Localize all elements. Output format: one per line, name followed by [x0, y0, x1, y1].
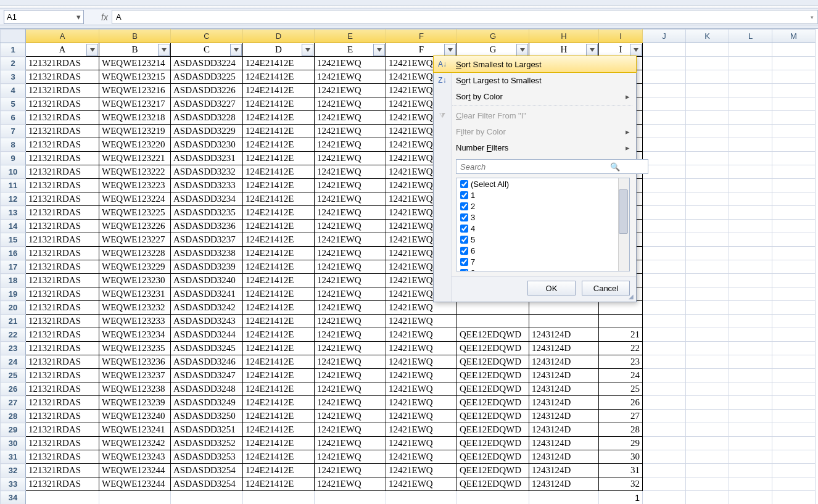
cell[interactable]: [643, 192, 686, 206]
cell[interactable]: [729, 192, 772, 206]
cell[interactable]: [686, 410, 729, 423]
cancel-button[interactable]: Cancel: [582, 281, 630, 295]
row-header-3[interactable]: 3: [1, 70, 26, 84]
cell[interactable]: ASDASDD3237: [171, 233, 243, 247]
cell[interactable]: 1243124D: [529, 328, 599, 342]
cell[interactable]: [772, 125, 816, 138]
cell[interactable]: [772, 328, 816, 342]
column-header-K[interactable]: K: [686, 30, 729, 43]
cell[interactable]: 124E21412E: [243, 315, 315, 328]
cell[interactable]: [686, 437, 729, 450]
cell[interactable]: 121321RDAS: [26, 464, 99, 477]
cell[interactable]: 30: [599, 450, 643, 464]
cell[interactable]: ASDASDD3243: [171, 315, 243, 328]
cell[interactable]: 121321RDAS: [26, 369, 99, 382]
row-header-26[interactable]: 26: [1, 382, 26, 396]
table-header-B[interactable]: B: [99, 43, 171, 57]
cell[interactable]: [686, 152, 729, 165]
row-header-6[interactable]: 6: [1, 111, 26, 125]
cell[interactable]: [729, 97, 772, 111]
cell[interactable]: 12421EWQ: [315, 260, 386, 274]
filter-dropdown-button[interactable]: [586, 44, 598, 56]
cell[interactable]: 1243124D: [529, 477, 599, 491]
cell[interactable]: 12421EWQ: [315, 152, 386, 165]
cell[interactable]: [643, 437, 686, 450]
cell[interactable]: [729, 396, 772, 410]
cell[interactable]: ASDASDD3235: [171, 206, 243, 220]
cell[interactable]: QEE12EDQWD: [457, 369, 529, 382]
cell[interactable]: 124E21412E: [243, 382, 315, 396]
cell[interactable]: [686, 450, 729, 464]
cell[interactable]: [99, 491, 171, 505]
cell[interactable]: ASDASDD3246: [171, 355, 243, 369]
cell[interactable]: 124E21412E: [243, 97, 315, 111]
cell[interactable]: WEQWE123218: [99, 111, 171, 125]
column-header-J[interactable]: J: [643, 30, 686, 43]
cell[interactable]: 24: [599, 369, 643, 382]
cell[interactable]: [643, 233, 686, 247]
cell[interactable]: 121321RDAS: [26, 355, 99, 369]
row-header-31[interactable]: 31: [1, 450, 26, 464]
cell[interactable]: ASDASDD3238: [171, 247, 243, 260]
cell[interactable]: 25: [599, 382, 643, 396]
cell[interactable]: [729, 233, 772, 247]
cell[interactable]: 12421EWQ: [315, 342, 386, 355]
column-header-A[interactable]: A: [26, 30, 99, 43]
cell[interactable]: [643, 220, 686, 233]
cell[interactable]: 1243124D: [529, 382, 599, 396]
cell[interactable]: [772, 57, 816, 70]
cell[interactable]: WEQWE123238: [99, 382, 171, 396]
cell[interactable]: 12421EWQ: [315, 274, 386, 287]
cell[interactable]: [772, 247, 816, 260]
cell[interactable]: 124E21412E: [243, 301, 315, 315]
filter-dropdown-button[interactable]: [302, 44, 313, 56]
row-header-32[interactable]: 32: [1, 464, 26, 477]
cell[interactable]: 124E21412E: [243, 57, 315, 70]
cell[interactable]: [686, 328, 729, 342]
cell[interactable]: 12421EWQ: [315, 70, 386, 84]
cell[interactable]: [772, 396, 816, 410]
cell[interactable]: [686, 382, 729, 396]
cell[interactable]: 124E21412E: [243, 423, 315, 437]
cell[interactable]: [686, 491, 729, 505]
cell[interactable]: 12421EWQ: [315, 396, 386, 410]
row-header-27[interactable]: 27: [1, 396, 26, 410]
cell[interactable]: WEQWE123234: [99, 328, 171, 342]
row-header-29[interactable]: 29: [1, 423, 26, 437]
cell[interactable]: WEQWE123243: [99, 450, 171, 464]
cell[interactable]: 12421EWQ: [315, 315, 386, 328]
cell[interactable]: 31: [599, 464, 643, 477]
cell[interactable]: 124E21412E: [243, 355, 315, 369]
cell[interactable]: [729, 70, 772, 84]
cell[interactable]: ASDASDD3240: [171, 274, 243, 287]
cell[interactable]: QEE12EDQWD: [457, 382, 529, 396]
cell[interactable]: 124E21412E: [243, 437, 315, 450]
cell[interactable]: [772, 437, 816, 450]
cell[interactable]: 121321RDAS: [26, 97, 99, 111]
cell[interactable]: 12421EWQ: [315, 437, 386, 450]
cell[interactable]: [772, 220, 816, 233]
filter-dropdown-button[interactable]: [230, 44, 242, 56]
cell[interactable]: 12421EWQ: [315, 138, 386, 152]
cell[interactable]: ASDASDD3233: [171, 179, 243, 192]
cell[interactable]: [686, 57, 729, 70]
cell[interactable]: 12421EWQ: [386, 369, 457, 382]
cell[interactable]: [643, 369, 686, 382]
cell[interactable]: [643, 301, 686, 315]
cell[interactable]: 124E21412E: [243, 138, 315, 152]
cell[interactable]: [772, 342, 816, 355]
cell[interactable]: 124E21412E: [243, 247, 315, 260]
cell[interactable]: [686, 301, 729, 315]
column-header-F[interactable]: F: [386, 30, 457, 43]
cell[interactable]: ASDASDD3254: [171, 464, 243, 477]
cell[interactable]: [643, 247, 686, 260]
cell[interactable]: [772, 301, 816, 315]
cell[interactable]: 121321RDAS: [26, 315, 99, 328]
cell[interactable]: [729, 84, 772, 97]
row-header-8[interactable]: 8: [1, 138, 26, 152]
column-header-L[interactable]: L: [729, 30, 772, 43]
filter-value-item[interactable]: 1: [457, 189, 629, 200]
cell[interactable]: 124E21412E: [243, 274, 315, 287]
cell[interactable]: [772, 70, 816, 84]
cell[interactable]: 12421EWQ: [315, 301, 386, 315]
